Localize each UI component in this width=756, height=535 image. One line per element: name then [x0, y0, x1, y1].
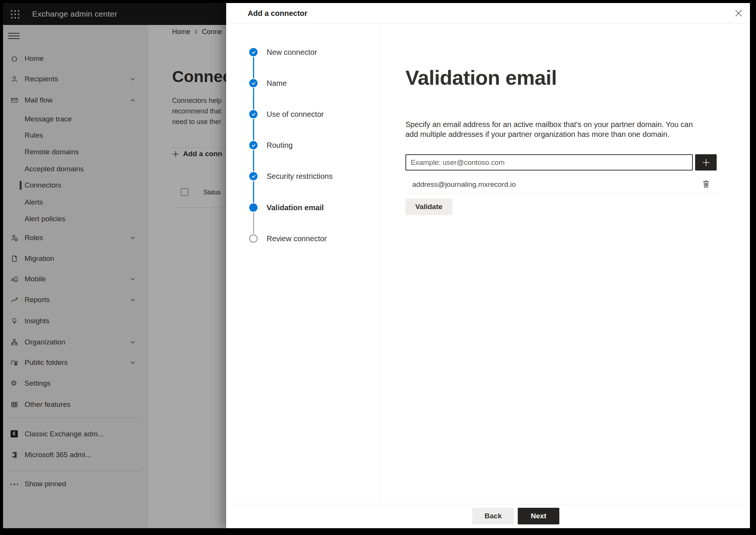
step-label: Routing — [267, 141, 293, 150]
step-security-restrictions[interactable]: Security restrictions — [226, 172, 380, 189]
step-check-icon — [249, 172, 258, 180]
step-check-icon — [249, 48, 258, 56]
add-email-button[interactable] — [695, 154, 717, 171]
validation-email-heading: Validation email — [405, 66, 557, 89]
step-routing[interactable]: Routing — [226, 141, 380, 158]
step-current-icon — [249, 203, 258, 212]
email-address: address@journaling.mxrecord.io — [412, 180, 516, 189]
screenshot-frame: Exchange admin center Home Recipients Ma… — [0, 0, 756, 535]
close-icon[interactable] — [734, 9, 743, 17]
dialog-footer: Back Next — [226, 504, 750, 528]
validation-email-description: Specify an email address for an active m… — [405, 119, 699, 139]
add-connector-dialog: Add a connector New connector Name — [226, 3, 750, 528]
email-address-row: address@journaling.mxrecord.io — [405, 175, 720, 194]
dialog-header: Add a connector — [226, 3, 750, 23]
step-check-icon — [249, 79, 258, 87]
validation-email-input[interactable] — [405, 154, 693, 171]
step-label: Validation email — [267, 203, 324, 212]
step-validation-email[interactable]: Validation email — [226, 203, 380, 220]
step-label: Security restrictions — [267, 172, 333, 181]
step-name[interactable]: Name — [226, 79, 380, 96]
wizard-stepper: New connector Name Use of connector Rout… — [226, 23, 380, 504]
back-button[interactable]: Back — [472, 508, 514, 524]
dialog-title: Add a connector — [248, 9, 307, 18]
validate-button[interactable]: Validate — [405, 198, 452, 215]
next-button[interactable]: Next — [518, 508, 559, 524]
step-label: Use of connector — [267, 110, 324, 119]
exchange-admin-app: Exchange admin center Home Recipients Ma… — [3, 3, 750, 528]
step-use-of-connector[interactable]: Use of connector — [226, 110, 380, 127]
step-check-icon — [249, 141, 258, 149]
step-label: Name — [267, 79, 287, 88]
delete-address-button[interactable] — [702, 180, 711, 189]
trash-icon — [702, 180, 710, 189]
step-todo-icon — [249, 234, 258, 243]
plus-icon — [702, 158, 710, 167]
step-new-connector[interactable]: New connector — [226, 48, 380, 65]
step-review-connector[interactable]: Review connector — [226, 234, 380, 251]
step-check-icon — [249, 110, 258, 118]
step-label: Review connector — [267, 234, 327, 243]
step-label: New connector — [267, 48, 317, 57]
